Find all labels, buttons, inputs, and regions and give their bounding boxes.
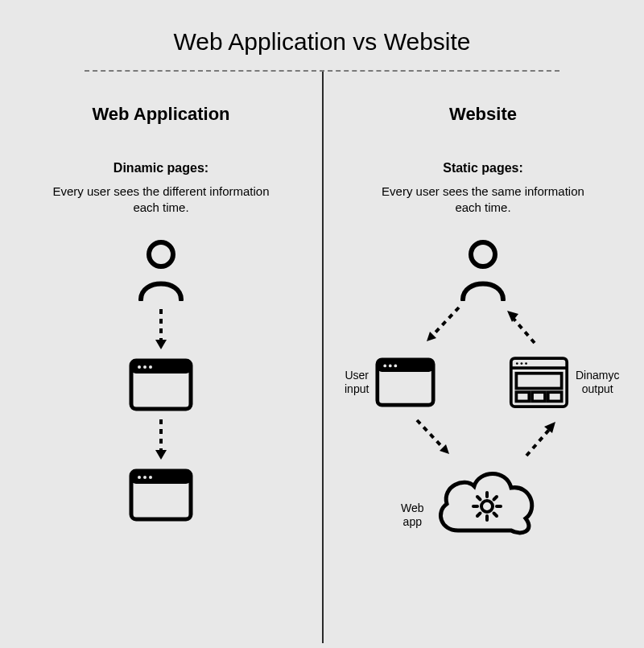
svg-point-18 <box>384 364 387 367</box>
svg-point-12 <box>149 476 152 479</box>
arrow-diagonal-up-left-icon <box>501 301 549 349</box>
svg-rect-27 <box>516 392 529 401</box>
comparison-columns: Web Application Dinamic pages: Every use… <box>0 72 644 643</box>
svg-point-20 <box>394 364 398 367</box>
right-column-website: Website Static pages: Every user sees th… <box>322 72 644 643</box>
browser-layout-icon <box>509 356 569 409</box>
svg-line-14 <box>433 307 459 335</box>
cloud-gear-icon <box>431 462 539 539</box>
svg-line-30 <box>417 420 443 448</box>
svg-line-38 <box>477 513 481 516</box>
svg-point-4 <box>138 365 141 369</box>
svg-line-39 <box>493 513 497 516</box>
svg-point-25 <box>525 362 527 365</box>
right-heading: Website <box>322 104 644 125</box>
browser-window-icon <box>129 358 193 411</box>
right-body: Every user sees the same information eac… <box>322 184 644 217</box>
svg-point-24 <box>521 362 523 365</box>
svg-rect-21 <box>511 358 567 407</box>
svg-line-37 <box>493 497 497 500</box>
user-input-label: User input <box>345 369 369 396</box>
svg-point-0 <box>149 242 173 266</box>
left-body: Every user sees the different informatio… <box>0 184 322 217</box>
svg-point-23 <box>516 362 518 365</box>
arrow-down-icon <box>153 418 169 462</box>
svg-point-5 <box>143 365 147 369</box>
right-flow: User input <box>322 237 644 575</box>
svg-line-15 <box>514 319 535 343</box>
svg-point-10 <box>138 476 141 479</box>
left-flow <box>0 237 322 522</box>
user-node <box>455 237 511 301</box>
arrow-diagonal-down-right-icon <box>409 414 457 462</box>
svg-point-13 <box>471 242 495 266</box>
left-subheading: Dinamic pages: <box>0 161 322 175</box>
dynamic-output-label: Dinamyc output <box>576 369 619 396</box>
user-input-node: User input <box>345 357 436 407</box>
user-icon <box>133 237 189 301</box>
right-subheading: Static pages: <box>322 161 644 175</box>
svg-point-19 <box>389 364 392 367</box>
browser-window-icon <box>129 468 193 522</box>
web-app-node: Web app <box>401 462 539 539</box>
svg-rect-29 <box>548 392 562 401</box>
svg-point-32 <box>481 501 493 512</box>
left-column-web-application: Web Application Dinamic pages: Every use… <box>0 72 322 643</box>
left-heading: Web Application <box>0 104 322 125</box>
svg-rect-28 <box>532 392 545 401</box>
web-app-label: Web app <box>401 501 424 529</box>
arrow-diagonal-up-right-icon <box>514 414 562 462</box>
arrow-diagonal-down-left-icon <box>419 301 467 349</box>
svg-line-31 <box>526 430 549 456</box>
user-icon <box>455 237 511 301</box>
dynamic-output-node: Dinamyc output <box>509 356 619 409</box>
svg-point-6 <box>149 365 152 369</box>
svg-point-11 <box>143 476 147 479</box>
svg-rect-26 <box>516 373 561 388</box>
page-title: Web Application vs Website <box>0 0 644 70</box>
arrow-down-icon <box>153 307 169 352</box>
svg-line-40 <box>477 497 481 500</box>
browser-window-icon <box>375 357 436 407</box>
